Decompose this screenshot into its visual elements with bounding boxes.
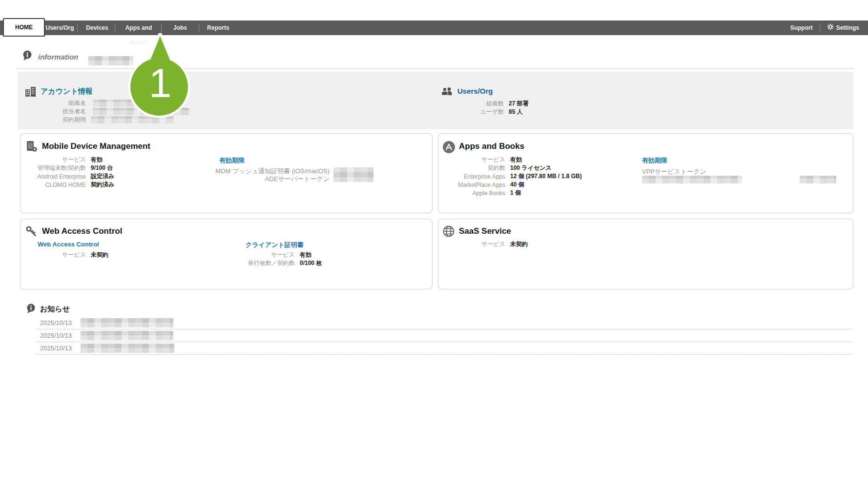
nav-separator [115, 23, 115, 32]
field-value: 85 人 [509, 108, 523, 116]
field-value: 設定済み [91, 172, 114, 181]
field-value: 27 部署 [509, 100, 529, 108]
mdm-expiry-link[interactable]: 有効期限 [219, 156, 245, 165]
field-label: Enterprise Apps [444, 173, 505, 180]
web-access-control-link[interactable]: Web Access Control [38, 241, 99, 248]
client-certificate-table: サービス有効 発行枚数／契約数0/100 枚 [210, 251, 322, 267]
field-label: 担当者名 [25, 107, 86, 116]
field-label: MarketPlace Apps [444, 182, 505, 188]
field-label: サービス [25, 251, 86, 259]
nav-separator [820, 23, 820, 32]
account-row: 担当者名 [25, 107, 86, 116]
account-row: 契約期間 [25, 116, 86, 124]
field-value: 1 個 [510, 189, 521, 197]
field-value: 9/100 台 [91, 164, 113, 172]
field-value: 契約済み [91, 181, 114, 189]
field-value: 12 個 (297.80 MB / 1.8 GB) [510, 172, 582, 181]
tab-home-active[interactable]: HOME [3, 18, 45, 37]
account-row: 組織名 [25, 99, 86, 107]
field-label: 組織名 [25, 99, 86, 107]
gear-icon [827, 23, 834, 32]
field-value: 40 個 [510, 181, 524, 189]
apps-and-books-card-title: Apps and Books [459, 142, 524, 151]
vpp-token-label: VPPサービストークン [642, 167, 706, 176]
redacted-news-text [81, 331, 173, 340]
redacted-news-text [81, 318, 173, 327]
tab-users-org[interactable]: Users/Org [41, 20, 78, 35]
field-value: 有効 [300, 251, 311, 259]
tab-reports[interactable]: Reports [201, 20, 236, 35]
field-value: 有効 [91, 156, 103, 164]
buildings-icon [25, 86, 37, 99]
field-value: 未契約 [91, 251, 108, 259]
users-org-heading: Users/Org [457, 87, 493, 95]
mdm-cert-labels: MDM プッシュ通知証明書 (iOS/macOS) ADEサーバートークン [193, 167, 330, 183]
news-bubble-icon [26, 304, 36, 316]
mobile-device-icon [25, 141, 38, 156]
saas-service-card-title: SaaS Service [459, 226, 511, 236]
mdm-push-cert-label: MDM プッシュ通知証明書 (iOS/macOS) [193, 167, 330, 175]
account-info-heading: アカウント情報 [41, 87, 93, 96]
news-date: 2025/10/13 [40, 332, 72, 339]
field-label: CLOMO HOME [25, 182, 86, 188]
field-label: 発行枚数／契約数 [210, 259, 295, 267]
field-label: サービス [25, 156, 86, 164]
field-label: サービス [444, 156, 505, 164]
field-label: ユーザ数 [439, 108, 504, 116]
users-org-table: 組織数 27 部署 ユーザ数 85 人 [439, 100, 529, 116]
tab-devices[interactable]: Devices [80, 20, 115, 35]
field-value: 有効 [510, 156, 522, 164]
news-date: 2025/10/13 [40, 345, 72, 352]
field-label: Apple Books [444, 190, 505, 197]
app-store-icon [442, 141, 455, 156]
news-heading: お知らせ [40, 305, 70, 314]
support-link[interactable]: Support [790, 24, 813, 31]
annotation-step-number: 1 [121, 62, 199, 103]
redacted-mdm-cert-value [333, 167, 373, 182]
nav-separator [77, 23, 78, 32]
redacted-vpp-token [642, 176, 742, 183]
info-bubble-icon [22, 50, 32, 63]
mdm-status-table: サービス有効 管理端末数/契約数9/100 台 Android Enterpri… [25, 156, 114, 189]
saas-service-table: サービス未契約 [444, 240, 528, 248]
users-org-row: ユーザ数 85 人 [439, 108, 529, 116]
users-icon [441, 87, 454, 98]
news-date: 2025/10/13 [40, 319, 72, 326]
key-icon [25, 225, 37, 239]
field-value: 100 ライセンス [510, 164, 552, 172]
news-item: 2025/10/13 [37, 342, 852, 355]
information-heading: information [38, 53, 79, 61]
news-item: 2025/10/13 [37, 329, 852, 342]
field-label: サービス [444, 240, 505, 248]
annotation-step-marker: 1 [121, 28, 199, 119]
news-item: 2025/10/13 [37, 317, 852, 329]
redacted-news-text [81, 344, 174, 353]
web-access-left-table: サービス未契約 [25, 251, 108, 259]
settings-label: Settings [836, 24, 859, 31]
account-info-table: 組織名 担当者名 契約期間 [25, 99, 86, 124]
field-label: 組織数 [439, 100, 504, 108]
field-value: 未契約 [510, 240, 528, 248]
clomo-home-page: Users/Org Devices Apps and Books Jobs Re… [0, 0, 868, 488]
settings-link[interactable]: Settings [827, 23, 859, 32]
redacted-vpp-date [800, 176, 836, 183]
mdm-card-title: Mobile Device Management [42, 142, 150, 151]
field-label: サービス [210, 251, 295, 259]
vpp-expiry-link[interactable]: 有効期限 [642, 156, 667, 165]
globe-icon [442, 225, 455, 240]
field-label: 管理端末数/契約数 [25, 164, 86, 172]
web-access-control-card-title: Web Access Control [42, 226, 122, 236]
field-label: 契約期間 [25, 116, 86, 124]
field-label: Android Enterprise [25, 173, 86, 180]
users-org-row: 組織数 27 部署 [439, 100, 529, 108]
ade-server-token-label: ADEサーバートークン [193, 175, 330, 183]
apps-and-books-table: サービス有効 契約数100 ライセンス Enterprise Apps12 個 … [444, 156, 582, 197]
client-certificate-link[interactable]: クライアント証明書 [246, 241, 304, 249]
field-label: 契約数 [444, 164, 505, 172]
field-value: 0/100 枚 [300, 259, 322, 267]
